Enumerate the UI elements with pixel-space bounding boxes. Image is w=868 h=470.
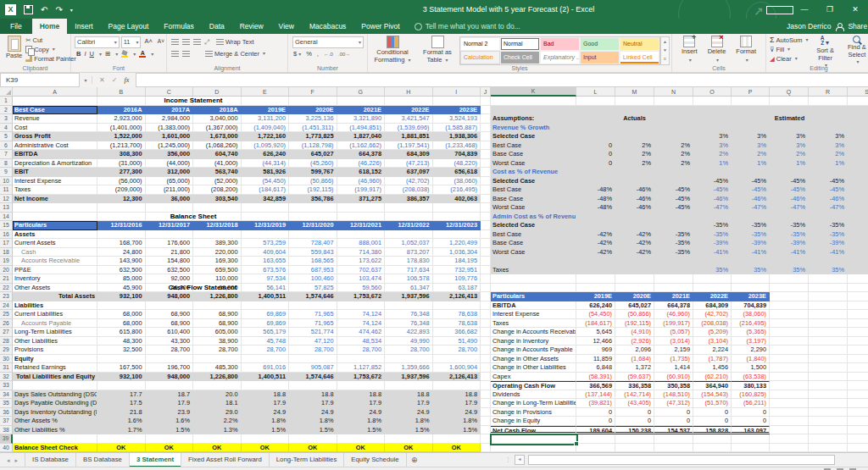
- gallery-scroll[interactable]: ▲▼≡: [660, 36, 670, 65]
- cell[interactable]: 28,700: [146, 346, 194, 355]
- cell[interactable]: [576, 213, 868, 222]
- cell[interactable]: [481, 168, 491, 177]
- row-header-37[interactable]: 37: [0, 417, 13, 426]
- row-header-27[interactable]: 27: [0, 328, 13, 337]
- cell[interactable]: 154,800: [146, 257, 194, 266]
- cell[interactable]: (1,539,696): [385, 124, 433, 133]
- cell[interactable]: [385, 434, 433, 444]
- cell[interactable]: 1,773,825: [289, 132, 337, 141]
- ratio-label[interactable]: Other Liabilities %: [13, 426, 97, 435]
- row-header-11[interactable]: 11: [0, 185, 13, 195]
- year-header[interactable]: 12/31/2018: [193, 221, 242, 230]
- cell[interactable]: -46%: [770, 195, 809, 204]
- row-header-5[interactable]: 5: [0, 132, 13, 141]
- cell[interactable]: [97, 434, 146, 444]
- sheet-tab-3-statement[interactable]: 3 Statement: [130, 453, 181, 467]
- cell[interactable]: 18.8: [242, 390, 290, 400]
- cell[interactable]: [848, 284, 868, 293]
- cell[interactable]: [97, 355, 146, 364]
- cell[interactable]: 664,378: [337, 150, 386, 159]
- ribbon-tab-insert[interactable]: Insert: [67, 19, 100, 34]
- row-header-12[interactable]: 12: [0, 195, 13, 204]
- cell[interactable]: (3,014): [654, 337, 693, 346]
- cell[interactable]: 3,225,136: [289, 114, 337, 124]
- cell[interactable]: 1,036,304: [433, 248, 481, 257]
- save-icon[interactable]: [24, 5, 33, 14]
- cell[interactable]: 474,462: [337, 328, 386, 337]
- cell[interactable]: [13, 97, 97, 106]
- cell[interactable]: 618,152: [337, 168, 386, 177]
- cell[interactable]: 17.9: [146, 399, 194, 408]
- cell[interactable]: [289, 355, 337, 364]
- cell[interactable]: [615, 257, 654, 266]
- cell[interactable]: [13, 381, 97, 390]
- cell[interactable]: 189,604: [576, 426, 615, 435]
- cell[interactable]: [770, 257, 809, 266]
- cell[interactable]: (192,115): [289, 185, 337, 195]
- cell[interactable]: [654, 257, 693, 266]
- column-header-N[interactable]: N: [654, 87, 693, 97]
- cell[interactable]: [654, 444, 693, 453]
- cell[interactable]: (142,714): [615, 390, 654, 400]
- cell[interactable]: [848, 434, 868, 444]
- cell[interactable]: (1,787): [693, 355, 732, 364]
- cell[interactable]: -41%: [693, 248, 732, 257]
- row-label[interactable]: Inventory: [13, 274, 97, 284]
- column-header-S[interactable]: S: [848, 87, 868, 97]
- assumption-label[interactable]: Best Case: [491, 185, 576, 195]
- cell[interactable]: (54,450): [242, 177, 290, 186]
- cell[interactable]: 610,400: [146, 328, 194, 337]
- cell[interactable]: 3%: [848, 141, 868, 151]
- column-header-R[interactable]: R: [809, 87, 848, 97]
- cell[interactable]: (31,000): [97, 159, 146, 169]
- cell[interactable]: [809, 346, 848, 355]
- row-header-8[interactable]: 8: [0, 159, 13, 169]
- cell[interactable]: [693, 284, 732, 293]
- cell[interactable]: (2,926): [615, 337, 654, 346]
- check-value[interactable]: OK: [242, 444, 290, 453]
- cell[interactable]: 28,700: [433, 346, 481, 355]
- cell[interactable]: [770, 319, 809, 329]
- cell[interactable]: 6,848: [576, 363, 615, 373]
- row-header-2[interactable]: 2: [0, 106, 13, 115]
- cell[interactable]: [848, 373, 868, 382]
- cell[interactable]: [289, 301, 337, 311]
- check-value[interactable]: OK: [337, 444, 386, 453]
- cell[interactable]: 563,740: [193, 168, 242, 177]
- cell[interactable]: 948,000: [146, 373, 194, 382]
- cell[interactable]: 1,400,511: [242, 292, 290, 301]
- cell[interactable]: 1,226,800: [193, 292, 242, 301]
- cell[interactable]: (1,162,662): [337, 141, 386, 151]
- cell[interactable]: 521,774: [289, 328, 337, 337]
- cell[interactable]: 2%: [654, 141, 693, 151]
- cell[interactable]: (62,210): [693, 373, 732, 382]
- cell[interactable]: [481, 284, 491, 293]
- row-label[interactable]: Administrative Cost: [13, 141, 97, 151]
- cell[interactable]: [481, 417, 491, 426]
- row-header-20[interactable]: 20: [0, 266, 13, 275]
- cell[interactable]: 28,700: [385, 346, 433, 355]
- cell[interactable]: 24.9: [433, 408, 481, 417]
- cell[interactable]: [615, 177, 654, 186]
- cell[interactable]: 68,000: [97, 319, 146, 329]
- cell[interactable]: [576, 106, 615, 115]
- cell[interactable]: -35%: [654, 248, 693, 257]
- cell[interactable]: [848, 346, 868, 355]
- cell[interactable]: 684,309: [385, 150, 433, 159]
- cell[interactable]: -35%: [654, 230, 693, 240]
- sheet-tab-is-database[interactable]: IS Database: [25, 453, 76, 467]
- row-header-32[interactable]: 32: [0, 373, 13, 382]
- ribbon-tab-page-layout[interactable]: Page Layout: [101, 19, 157, 34]
- check-value[interactable]: OK: [433, 444, 481, 453]
- cell[interactable]: 0: [693, 417, 732, 426]
- cell[interactable]: 409,604: [242, 248, 290, 257]
- cell[interactable]: 1.6%: [146, 417, 194, 426]
- cell-style-input[interactable]: Input: [580, 51, 620, 64]
- cell[interactable]: [848, 257, 868, 266]
- cell[interactable]: 969: [576, 346, 615, 355]
- cell[interactable]: [491, 274, 576, 284]
- cell[interactable]: [337, 434, 386, 444]
- row-label[interactable]: Other Liabilities: [13, 337, 97, 346]
- row-header-15[interactable]: 15: [0, 221, 13, 230]
- grow-font-button[interactable]: A˄: [142, 36, 153, 48]
